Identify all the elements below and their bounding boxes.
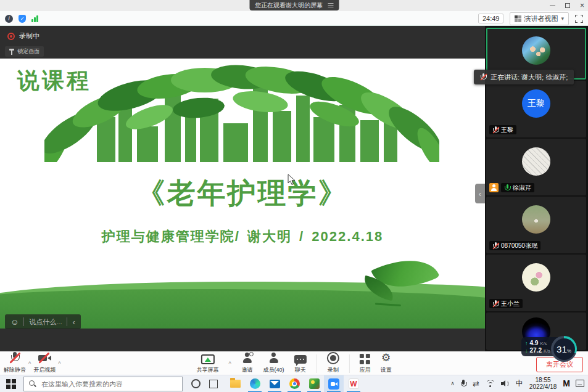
cortana-button[interactable] xyxy=(191,379,201,388)
participant-tile[interactable]: 0870050张珉 xyxy=(486,197,586,253)
taskbar-search[interactable] xyxy=(23,377,183,391)
avatar-sketch xyxy=(522,147,550,176)
slide-main-title: 《老年护理学》 xyxy=(0,174,485,213)
taskbar-clock[interactable]: 18:55 2022/4/18 xyxy=(529,377,557,391)
close-button[interactable]: × xyxy=(580,2,584,9)
avatar-photo xyxy=(522,205,550,234)
avatar-painting xyxy=(522,263,550,292)
content-area: 说课程 xyxy=(0,26,588,351)
participant-tile[interactable]: 徐淑芹 xyxy=(486,139,586,195)
taskbar-app-edge[interactable] xyxy=(245,375,265,392)
presentation-slide: 说课程 xyxy=(0,59,485,329)
start-button[interactable] xyxy=(6,379,16,389)
avatar-initials: 王黎 xyxy=(522,89,550,118)
action-center-icon[interactable] xyxy=(576,380,584,387)
window-titlebar: 您正在观看谢大明的屏幕 × xyxy=(0,0,588,11)
taskbar-app-chrome[interactable] xyxy=(284,375,304,392)
search-input[interactable] xyxy=(40,380,177,388)
folder-icon xyxy=(230,380,241,388)
person-icon xyxy=(268,352,280,364)
meeting-info-icon[interactable]: i xyxy=(5,15,13,23)
mic-muted-icon xyxy=(9,352,20,364)
record-dot-icon xyxy=(7,33,15,40)
chat-button[interactable]: 聊天 xyxy=(294,353,307,374)
settings-button[interactable]: ⚙ 设置 xyxy=(381,353,392,374)
raised-hand-badge xyxy=(489,183,499,192)
emoji-icon[interactable]: ☺ xyxy=(10,317,19,327)
avatar-photo xyxy=(522,36,550,65)
maximize-button[interactable] xyxy=(565,3,570,8)
menu-icon[interactable] xyxy=(328,3,333,7)
chrome-icon xyxy=(289,378,300,389)
edge-icon xyxy=(250,378,260,389)
mic-muted-icon xyxy=(492,242,499,250)
mic-options-caret[interactable]: ^ xyxy=(28,361,31,374)
mic-live-icon xyxy=(504,184,510,192)
tray-adapter-icon[interactable]: ⇄ xyxy=(473,379,479,388)
layout-icon xyxy=(515,15,521,22)
share-options-caret[interactable]: ^ xyxy=(228,361,231,374)
gauge-value: 31 xyxy=(557,338,567,360)
record-button[interactable]: 录制 xyxy=(327,353,339,374)
slide-byline: 护理与健康管理学院/ 谢大明 / 2022.4.18 xyxy=(0,227,485,246)
viewing-banner-text: 您正在观看谢大明的屏幕 xyxy=(255,1,323,10)
apps-button[interactable]: 应用 xyxy=(360,353,371,374)
gear-icon: ⚙ xyxy=(381,352,391,364)
participant-nametag: 0870050张珉 xyxy=(489,241,540,250)
download-value: 27.2 xyxy=(530,347,542,354)
system-tray: ∧ ⇄ 中 18:55 2022/4/18 M xyxy=(450,375,584,392)
security-shield-icon[interactable]: ✓ xyxy=(19,15,26,23)
meeting-app-icon xyxy=(328,378,339,390)
m-app-tray-icon[interactable]: M xyxy=(563,378,569,388)
recording-indicator: 录制中 xyxy=(7,31,39,41)
meeting-toolbar: 解除静音 ^ 开启视频 ^ 共享屏幕 ^ 邀请 成员(40) xyxy=(0,351,588,375)
taskbar-app-mail[interactable] xyxy=(265,375,284,392)
wifi-icon[interactable] xyxy=(486,380,495,387)
participant-tile[interactable]: 王黎 王黎 xyxy=(486,81,586,137)
performance-gauge[interactable]: 31 % xyxy=(551,336,577,362)
panel-collapse-tab[interactable]: ‹ xyxy=(475,184,485,203)
quick-chat-bar[interactable]: ☺ 说点什么... ‹ xyxy=(5,314,81,329)
mic-muted-icon xyxy=(492,126,499,134)
view-mode-selector[interactable]: 演讲者视图 ▾ xyxy=(510,12,569,25)
chevron-left-icon: ‹ xyxy=(479,189,481,198)
record-icon xyxy=(327,352,339,364)
participant-nametag: 王小兰 xyxy=(489,299,523,308)
leaves-skyline-art xyxy=(44,59,439,162)
start-video-button[interactable]: 开启视频 xyxy=(33,353,56,374)
ime-indicator[interactable]: 中 xyxy=(516,378,523,389)
participant-tile[interactable]: 王小兰 xyxy=(486,255,586,311)
task-view-button[interactable] xyxy=(209,380,218,388)
taskbar-app-wps[interactable]: W xyxy=(344,375,363,392)
minimize-button[interactable] xyxy=(550,6,555,6)
members-button[interactable]: 成员(40) xyxy=(263,353,284,374)
unmute-button[interactable]: 解除静音 xyxy=(4,353,26,374)
chat-input-placeholder[interactable]: 说点什么... xyxy=(29,317,62,327)
upload-value: 4.9 xyxy=(530,340,539,346)
invite-button[interactable]: 邀请 xyxy=(241,353,254,374)
collapse-chat-icon[interactable]: ‹ xyxy=(72,317,75,327)
meeting-window: 您正在观看谢大明的屏幕 × i ✓ 24:49 演讲者视图 ▾ xyxy=(0,0,588,392)
meeting-timer: 24:49 xyxy=(478,14,504,23)
viewing-banner[interactable]: 您正在观看谢大明的屏幕 xyxy=(249,0,339,10)
share-screen-icon xyxy=(201,354,214,364)
speaking-toast-text: 正在讲话: 谢大明; 徐淑芹; xyxy=(491,73,568,82)
download-arrow-icon: ↓ xyxy=(525,348,528,354)
speaker-icon[interactable] xyxy=(501,380,510,387)
taskbar-app-meeting[interactable] xyxy=(324,375,344,392)
lock-screen-button[interactable]: 锁定画面 xyxy=(5,46,44,57)
taskbar-app-explorer[interactable] xyxy=(225,375,245,392)
network-signal-icon[interactable] xyxy=(31,15,38,22)
share-screen-button[interactable]: 共享屏幕 xyxy=(196,353,218,374)
shared-screen-view: 说课程 xyxy=(0,26,485,351)
camera-options-caret[interactable]: ^ xyxy=(58,361,60,374)
photos-icon xyxy=(309,378,320,389)
taskbar-app-photos[interactable] xyxy=(304,375,324,392)
mouse-cursor xyxy=(288,174,296,186)
mic-muted-icon xyxy=(480,73,486,81)
participant-nametag: 王黎 xyxy=(489,125,516,134)
fullscreen-icon[interactable] xyxy=(575,15,583,23)
tray-expand-icon[interactable]: ∧ xyxy=(450,380,455,386)
tray-mic-icon[interactable] xyxy=(461,380,466,388)
search-icon xyxy=(29,380,36,387)
